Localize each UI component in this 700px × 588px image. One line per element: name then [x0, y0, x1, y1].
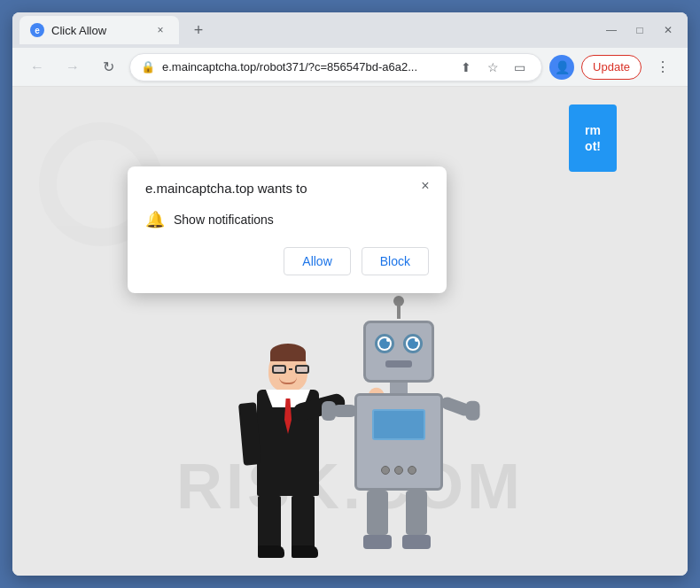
human-right-leg: [292, 496, 318, 558]
robot-screen: [372, 409, 425, 440]
glasses-bridge: [289, 368, 292, 370]
browser-tab[interactable]: e Click Allow ×: [19, 16, 179, 44]
tab-close-button[interactable]: ×: [152, 22, 168, 38]
cta-button[interactable]: rm ot!: [569, 104, 617, 172]
menu-button[interactable]: ⋮: [649, 53, 677, 81]
robot-neck: [390, 383, 408, 393]
robot-body: [354, 393, 443, 491]
popup-title: e.maincaptcha.top wants to: [145, 181, 429, 196]
forward-button[interactable]: →: [58, 53, 87, 81]
robot-right-shine: [415, 338, 418, 342]
address-bar[interactable]: 🔒 e.maincaptcha.top/robot371/?c=856547bd…: [129, 53, 542, 81]
cta-line1: rm: [585, 122, 601, 138]
cta-line2: ot!: [585, 138, 601, 154]
human-tie: [284, 398, 292, 434]
robot-mouth: [385, 360, 412, 368]
tab-favicon: e: [30, 23, 44, 37]
popup-close-button[interactable]: ×: [415, 175, 436, 197]
minimize-button[interactable]: —: [599, 18, 624, 43]
human-hair: [270, 344, 306, 361]
notification-row: 🔔 Show notifications: [145, 206, 429, 233]
new-tab-button[interactable]: +: [186, 18, 211, 43]
page-content: rm ot! RISK.COM: [12, 87, 688, 576]
robot-btn-3: [408, 466, 416, 475]
glasses-left: [272, 365, 286, 374]
window-controls: — □ ✕: [599, 18, 681, 43]
title-bar: e Click Allow × + — □ ✕: [12, 12, 688, 48]
robot-right-leg: [406, 491, 431, 549]
back-button[interactable]: ←: [23, 53, 51, 81]
human-left-leg: [258, 496, 284, 558]
human-character: [257, 349, 319, 558]
permission-popup: e.maincaptcha.top wants to × 🔔 Show noti…: [128, 166, 447, 293]
robot-btn-2: [394, 466, 403, 475]
share-button[interactable]: ⬆: [455, 56, 478, 79]
robot-head: [363, 321, 434, 383]
tab-title: Click Allow: [51, 24, 145, 37]
lock-icon: 🔒: [141, 60, 155, 74]
split-view-button[interactable]: ▭: [508, 56, 531, 79]
robot-right-arm: [439, 395, 473, 417]
robot-left-leg: [367, 491, 392, 549]
profile-button[interactable]: 👤: [549, 55, 574, 80]
robot-left-arm: [332, 405, 357, 417]
browser-window: e Click Allow × + — □ ✕ ← → ↻ 🔒 e.mainca…: [12, 12, 688, 576]
human-glasses: [272, 365, 309, 374]
close-button[interactable]: ✕: [656, 18, 681, 43]
glasses-right: [295, 365, 309, 374]
human-legs: [258, 496, 318, 558]
popup-buttons: Allow Block: [145, 247, 429, 275]
block-button[interactable]: Block: [362, 247, 429, 275]
maximize-button[interactable]: □: [627, 18, 652, 43]
bell-icon: 🔔: [145, 210, 165, 229]
robot-eyes: [366, 334, 432, 353]
human-head: [268, 349, 307, 391]
human-smile: [279, 377, 297, 384]
robot-legs: [367, 491, 431, 549]
robot-right-eye: [403, 334, 423, 353]
robot-character: [354, 301, 443, 549]
robot-left-shine: [386, 338, 390, 342]
navigation-bar: ← → ↻ 🔒 e.maincaptcha.top/robot371/?c=85…: [12, 48, 688, 87]
robot-left-eye: [375, 334, 394, 353]
notification-label: Show notifications: [174, 213, 274, 227]
bookmark-button[interactable]: ☆: [481, 56, 504, 79]
address-actions: ⬆ ☆ ▭: [455, 56, 531, 79]
reload-button[interactable]: ↻: [94, 53, 122, 81]
address-text: e.maincaptcha.top/robot371/?c=856547bd-a…: [162, 60, 447, 74]
robot-antenna: [397, 301, 401, 319]
robot-buttons: [381, 466, 416, 475]
robot-btn-1: [381, 466, 390, 475]
update-button[interactable]: Update: [581, 55, 642, 80]
human-body: [257, 390, 319, 496]
characters-illustration: [257, 301, 443, 558]
allow-button[interactable]: Allow: [284, 247, 350, 275]
